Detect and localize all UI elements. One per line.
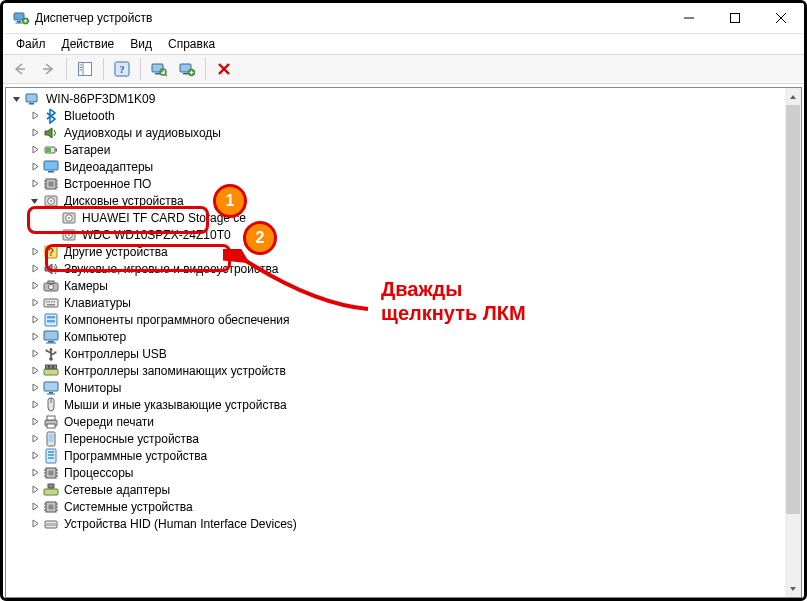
tree-item-label: Дисковые устройства xyxy=(64,194,184,208)
toolbar-show-hide-tree-button[interactable] xyxy=(72,56,98,82)
svg-rect-20 xyxy=(155,73,160,75)
tree-device-disk[interactable]: HUAWEI TF CARD Storage ce xyxy=(6,209,785,226)
audio-icon xyxy=(43,125,59,141)
tree-category-display[interactable]: Видеоадаптеры xyxy=(6,158,785,175)
tree-expand-icon[interactable] xyxy=(28,381,41,394)
tree-expand-icon[interactable] xyxy=(28,313,41,326)
tree-category-usb[interactable]: Контроллеры USB xyxy=(6,345,785,362)
tree-expand-icon[interactable] xyxy=(28,364,41,377)
svg-rect-101 xyxy=(48,484,54,488)
tree-category-chip[interactable]: Процессоры xyxy=(6,464,785,481)
tree-expand-icon[interactable] xyxy=(28,160,41,173)
tree-expand-icon[interactable] xyxy=(28,109,41,122)
svg-rect-30 xyxy=(26,94,37,102)
tree-expand-icon[interactable] xyxy=(28,245,41,258)
svg-point-58 xyxy=(49,284,54,289)
tree-collapse-icon[interactable] xyxy=(28,194,41,207)
tree-device-disk[interactable]: WDC WD10SPZX-24Z10T0 xyxy=(6,226,785,243)
tree-expand-icon[interactable] xyxy=(28,279,41,292)
tree-expand-icon[interactable] xyxy=(28,330,41,343)
tree-category-network[interactable]: Сетевые адаптеры xyxy=(6,481,785,498)
tree-root[interactable]: WIN-86PF3DM1K09 xyxy=(6,90,785,107)
maximize-button[interactable] xyxy=(712,3,758,33)
tree-category-disk[interactable]: Дисковые устройства xyxy=(6,192,785,209)
title-bar: Диспетчер устройств xyxy=(3,3,804,34)
usb-icon xyxy=(43,346,59,362)
tree-expand-icon[interactable] xyxy=(28,500,41,513)
toolbar-add-legacy-button[interactable] xyxy=(174,56,200,82)
svg-rect-62 xyxy=(51,301,53,303)
svg-rect-85 xyxy=(47,424,55,428)
toolbar-help-button[interactable]: ? xyxy=(109,56,135,82)
svg-text:?: ? xyxy=(48,247,54,258)
svg-rect-66 xyxy=(47,316,55,319)
tree-category-computer[interactable]: Компьютер xyxy=(6,328,785,345)
chip-icon xyxy=(43,465,59,481)
toolbar-scan-hardware-button[interactable] xyxy=(146,56,172,82)
menu-file[interactable]: Файл xyxy=(9,36,53,52)
tree-expand-icon[interactable] xyxy=(28,177,41,190)
tree-expand-icon[interactable] xyxy=(28,126,41,139)
tree-expand-icon[interactable] xyxy=(28,466,41,479)
tree-expand-icon[interactable] xyxy=(28,415,41,428)
tree-expand-icon[interactable] xyxy=(28,432,41,445)
tree-item-label: Батареи xyxy=(64,143,110,157)
vertical-scrollbar[interactable] xyxy=(785,87,802,598)
tree-collapse-icon[interactable] xyxy=(10,92,23,105)
chip-icon xyxy=(43,176,59,192)
toolbar-uninstall-button[interactable] xyxy=(211,56,237,82)
svg-rect-59 xyxy=(44,299,58,307)
tree-category-mouse[interactable]: Мыши и иные указывающие устройства xyxy=(6,396,785,413)
tree-category-battery[interactable]: Батареи xyxy=(6,141,785,158)
tree-category-sound[interactable]: Звуковые, игровые и видеоустройства xyxy=(6,260,785,277)
scrollbar-track[interactable] xyxy=(785,105,801,580)
tree-category-other[interactable]: ?Другие устройства xyxy=(6,243,785,260)
tree-category-keyboard[interactable]: Клавиатуры xyxy=(6,294,785,311)
menu-help[interactable]: Справка xyxy=(161,36,222,52)
close-button[interactable] xyxy=(758,3,804,33)
svg-rect-60 xyxy=(46,301,48,303)
tree-category-software[interactable]: Компоненты программного обеспечения xyxy=(6,311,785,328)
tree-item-label: Процессоры xyxy=(64,466,134,480)
tree-expand-icon[interactable] xyxy=(28,143,41,156)
svg-rect-57 xyxy=(48,281,54,284)
tree-item-label: Переносные устройства xyxy=(64,432,199,446)
toolbar-forward-button[interactable] xyxy=(35,56,61,82)
scrollbar-up-button[interactable] xyxy=(785,88,801,105)
scrollbar-down-button[interactable] xyxy=(785,580,801,597)
tree-expand-icon[interactable] xyxy=(28,398,41,411)
tree-category-bluetooth[interactable]: Bluetooth xyxy=(6,107,785,124)
tree-expand-icon[interactable] xyxy=(28,449,41,462)
tree-category-camera[interactable]: Камеры xyxy=(6,277,785,294)
computer-root-icon xyxy=(25,91,41,107)
tree-category-chip[interactable]: Встроенное ПО xyxy=(6,175,785,192)
tree-category-chip[interactable]: Системные устройства xyxy=(6,498,785,515)
tree-category-audio[interactable]: Аудиовходы и аудиовыходы xyxy=(6,124,785,141)
menu-view[interactable]: Вид xyxy=(123,36,159,52)
svg-rect-93 xyxy=(49,470,54,475)
tree-category-hid[interactable]: Устройства HID (Human Interface Devices) xyxy=(6,515,785,532)
tree-expand-icon[interactable] xyxy=(28,262,41,275)
tree-expand-icon[interactable] xyxy=(28,347,41,360)
tree-category-monitor[interactable]: Мониторы xyxy=(6,379,785,396)
toolbar-back-button[interactable] xyxy=(7,56,33,82)
tree-category-software2[interactable]: Программные устройства xyxy=(6,447,785,464)
scrollbar-thumb[interactable] xyxy=(786,105,800,514)
tree-category-storagectrl[interactable]: Контроллеры запоминающих устройств xyxy=(6,362,785,379)
tree-category-printer[interactable]: Очереди печати xyxy=(6,413,785,430)
minimize-button[interactable] xyxy=(666,3,712,33)
window-controls xyxy=(666,3,804,33)
device-tree[interactable]: WIN-86PF3DM1K09BluetoothАудиовходы и ауд… xyxy=(5,87,786,598)
tree-expand-icon[interactable] xyxy=(28,296,41,309)
svg-rect-63 xyxy=(54,301,56,303)
software2-icon xyxy=(43,448,59,464)
menu-action[interactable]: Действие xyxy=(55,36,122,52)
tree-expand-icon[interactable] xyxy=(28,517,41,530)
svg-point-47 xyxy=(50,200,52,202)
svg-rect-100 xyxy=(44,489,58,495)
camera-icon xyxy=(43,278,59,294)
tree-expand-icon[interactable] xyxy=(28,483,41,496)
svg-rect-34 xyxy=(46,148,51,152)
app-icon xyxy=(13,10,29,26)
tree-category-portable[interactable]: Переносные устройства xyxy=(6,430,785,447)
